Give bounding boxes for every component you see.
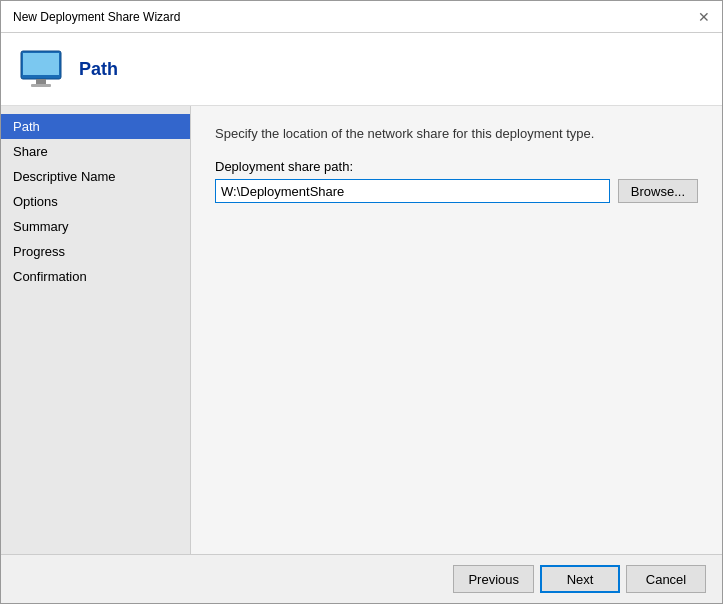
window-title: New Deployment Share Wizard: [13, 10, 180, 24]
deployment-path-input[interactable]: [215, 179, 610, 203]
sidebar-item-descriptive-name[interactable]: Descriptive Name: [1, 164, 190, 189]
sidebar-item-options[interactable]: Options: [1, 189, 190, 214]
path-row: Browse...: [215, 179, 698, 203]
header-title: Path: [79, 59, 118, 80]
sidebar-item-confirmation[interactable]: Confirmation: [1, 264, 190, 289]
sidebar-item-path[interactable]: Path: [1, 114, 190, 139]
sidebar-item-share[interactable]: Share: [1, 139, 190, 164]
wizard-sidebar: Path Share Descriptive Name Options Summ…: [1, 106, 191, 554]
previous-button[interactable]: Previous: [453, 565, 534, 593]
wizard-window: New Deployment Share Wizard ✕ Path Path …: [0, 0, 723, 604]
main-content: Specify the location of the network shar…: [191, 106, 722, 554]
browse-button[interactable]: Browse...: [618, 179, 698, 203]
wizard-header: Path: [1, 33, 722, 106]
field-label: Deployment share path:: [215, 159, 698, 174]
svg-rect-3: [31, 84, 51, 87]
instruction-text: Specify the location of the network shar…: [215, 126, 698, 141]
close-button[interactable]: ✕: [694, 7, 714, 27]
wizard-content: Path Share Descriptive Name Options Summ…: [1, 106, 722, 554]
computer-icon: [17, 45, 65, 93]
svg-rect-1: [23, 53, 59, 75]
sidebar-item-progress[interactable]: Progress: [1, 239, 190, 264]
wizard-footer: Previous Next Cancel: [1, 554, 722, 603]
sidebar-item-summary[interactable]: Summary: [1, 214, 190, 239]
svg-rect-2: [36, 79, 46, 84]
title-bar: New Deployment Share Wizard ✕: [1, 1, 722, 33]
cancel-button[interactable]: Cancel: [626, 565, 706, 593]
next-button[interactable]: Next: [540, 565, 620, 593]
